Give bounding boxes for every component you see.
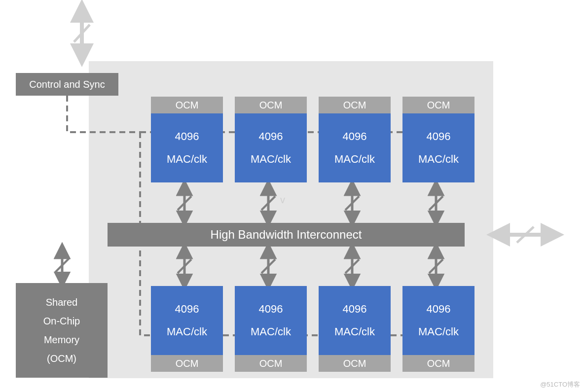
mac-block-top-3: OCM 4096 MAC/clk: [319, 97, 391, 182]
mac-body: 4096 MAC/clk: [151, 113, 223, 182]
mac-block-top-4: OCM 4096 MAC/clk: [402, 97, 474, 182]
ocm-label: OCM: [151, 355, 223, 372]
mac-count: 4096: [343, 130, 367, 143]
ocm-label: OCM: [151, 97, 223, 113]
svg-line-3: [517, 227, 534, 243]
mac-body: 4096 MAC/clk: [319, 113, 391, 182]
mac-count: 4096: [259, 303, 283, 316]
ocm-label: OCM: [402, 355, 474, 372]
shared-ocm-box: Shared On-Chip Memory (OCM): [16, 283, 108, 378]
mac-block-top-2: OCM 4096 MAC/clk: [235, 97, 307, 182]
mac-body: 4096 MAC/clk: [319, 286, 391, 355]
mac-unit: MAC/clk: [418, 325, 459, 338]
mac-block-bot-4: 4096 MAC/clk OCM: [402, 286, 474, 372]
mac-unit: MAC/clk: [418, 153, 459, 166]
mac-block-top-1: OCM 4096 MAC/clk: [151, 97, 223, 182]
shared-label-1: Shared: [46, 293, 78, 312]
ocm-label: OCM: [235, 97, 307, 113]
shared-label-3: Memory: [44, 330, 79, 349]
mac-count: 4096: [427, 303, 451, 316]
mac-count: 4096: [175, 303, 199, 316]
mac-unit: MAC/clk: [167, 153, 207, 166]
mac-count: 4096: [175, 130, 199, 143]
control-sync-label: Control and Sync: [29, 79, 105, 90]
ocm-label: OCM: [235, 355, 307, 372]
mac-unit: MAC/clk: [251, 153, 291, 166]
watermark: @51CTO博客: [540, 380, 580, 389]
shared-label-4: (OCM): [47, 349, 76, 368]
ocm-label: OCM: [319, 355, 391, 372]
v-label: v: [280, 194, 285, 206]
mac-unit: MAC/clk: [334, 153, 375, 166]
mac-unit: MAC/clk: [334, 325, 375, 338]
control-sync-box: Control and Sync: [16, 73, 118, 96]
mac-block-bot-3: 4096 MAC/clk OCM: [319, 286, 391, 372]
mac-count: 4096: [427, 130, 451, 143]
mac-unit: MAC/clk: [251, 325, 291, 338]
mac-block-bot-2: 4096 MAC/clk OCM: [235, 286, 307, 372]
mac-body: 4096 MAC/clk: [402, 286, 474, 355]
svg-line-1: [74, 25, 90, 42]
mac-body: 4096 MAC/clk: [151, 286, 223, 355]
mac-body: 4096 MAC/clk: [235, 286, 307, 355]
svg-line-5: [55, 258, 69, 272]
shared-label-2: On-Chip: [43, 312, 80, 330]
interconnect-bar: High Bandwidth Interconnect: [108, 223, 465, 247]
ocm-label: OCM: [319, 97, 391, 113]
mac-unit: MAC/clk: [167, 325, 207, 338]
mac-body: 4096 MAC/clk: [235, 113, 307, 182]
mac-block-bot-1: 4096 MAC/clk OCM: [151, 286, 223, 372]
mac-count: 4096: [259, 130, 283, 143]
interconnect-label: High Bandwidth Interconnect: [211, 228, 362, 242]
mac-body: 4096 MAC/clk: [402, 113, 474, 182]
ocm-label: OCM: [402, 97, 474, 113]
mac-count: 4096: [343, 303, 367, 316]
